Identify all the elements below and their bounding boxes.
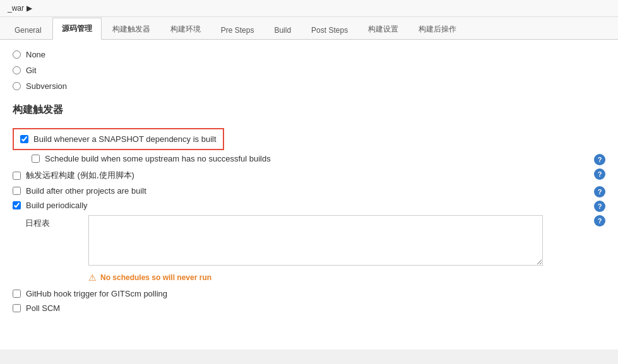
trigger-snapshot-section: Build whenever a SNAPSHOT dependency is … xyxy=(13,128,605,163)
warning-icon: ⚠ xyxy=(88,273,97,283)
periodically-help-icon[interactable]: ? xyxy=(594,215,605,226)
tab-settings[interactable]: 构建设置 xyxy=(359,18,408,40)
radio-svn-input[interactable] xyxy=(13,82,21,90)
schedule-upstream-checkbox[interactable] xyxy=(32,155,40,163)
schedule-upstream-item: Schedule build when some upstream has no… xyxy=(32,154,590,163)
github-hook-label: GitHub hook trigger for GITScm polling xyxy=(26,289,167,298)
github-hook-checkbox[interactable] xyxy=(13,290,21,298)
radio-svn: Subversion xyxy=(13,81,605,91)
poll-scm-label: Poll SCM xyxy=(26,303,60,313)
remote-build-label: 触发远程构建 (例如,使用脚本) xyxy=(26,170,134,181)
warning-text: No schedules so will never run xyxy=(100,273,211,282)
snapshot-row: Build whenever a SNAPSHOT dependency is … xyxy=(13,128,605,154)
breadcrumb-separator: ▶ xyxy=(27,4,32,13)
tab-postbuild[interactable]: 构建后操作 xyxy=(409,18,466,40)
warning-message: ⚠ No schedules so will never run xyxy=(88,273,605,283)
radio-git-label: Git xyxy=(26,66,37,75)
remote-build-item: 触发远程构建 (例如,使用脚本) xyxy=(13,170,590,181)
schedule-label: 日程表 xyxy=(25,215,88,229)
radio-git-input[interactable] xyxy=(13,66,21,74)
after-other-checkbox[interactable] xyxy=(13,187,21,195)
radio-svn-label: Subversion xyxy=(26,81,67,91)
snapshot-checkbox[interactable] xyxy=(20,135,28,143)
schedule-textarea-wrapper xyxy=(88,215,605,267)
tab-presteps[interactable]: Pre Steps xyxy=(211,20,264,40)
remote-build-row: 触发远程构建 (例如,使用脚本) ? xyxy=(13,170,605,181)
section-trigger-title: 构建触发器 xyxy=(13,103,605,119)
github-hook-item: GitHub hook trigger for GITScm polling xyxy=(13,289,605,298)
build-periodically-item: Build periodically xyxy=(13,201,590,210)
radio-git: Git xyxy=(13,66,605,75)
breadcrumb: _war ▶ xyxy=(0,0,618,17)
schedule-row: 日程表 xyxy=(13,215,605,267)
tab-trigger[interactable]: 构建触发器 xyxy=(103,18,160,40)
build-periodically-label: Build periodically xyxy=(26,201,88,210)
tab-general[interactable]: General xyxy=(5,20,51,40)
schedule-upstream-row: Schedule build when some upstream has no… xyxy=(13,154,605,163)
radio-none-label: None xyxy=(26,50,45,59)
tab-poststeps[interactable]: Post Steps xyxy=(302,20,357,40)
radio-none: None xyxy=(13,50,605,59)
main-content: None Git Subversion 构建触发器 Build whenever… xyxy=(0,40,618,349)
tab-bar: General 源码管理 构建触发器 构建环境 Pre Steps Build … xyxy=(0,17,618,40)
tab-env[interactable]: 构建环境 xyxy=(161,18,210,40)
poll-scm-item: Poll SCM xyxy=(13,303,605,313)
breadcrumb-item[interactable]: _war xyxy=(8,4,24,13)
snapshot-label: Build whenever a SNAPSHOT dependency is … xyxy=(33,134,217,144)
tab-source[interactable]: 源码管理 xyxy=(52,18,102,40)
after-other-item: Build after other projects are built xyxy=(13,186,590,196)
remote-build-checkbox[interactable] xyxy=(13,172,21,180)
build-periodically-row: Build periodically ? xyxy=(13,201,605,210)
snapshot-highlight-box: Build whenever a SNAPSHOT dependency is … xyxy=(13,128,224,150)
after-other-label: Build after other projects are built xyxy=(26,186,146,196)
after-other-row: Build after other projects are built ? xyxy=(13,186,605,196)
poll-scm-checkbox[interactable] xyxy=(13,304,21,312)
schedule-textarea[interactable] xyxy=(88,215,543,266)
radio-none-input[interactable] xyxy=(13,50,21,59)
tab-build[interactable]: Build xyxy=(264,20,300,40)
source-control-group: None Git Subversion xyxy=(13,50,605,91)
schedule-upstream-label: Schedule build when some upstream has no… xyxy=(45,154,271,163)
build-periodically-checkbox[interactable] xyxy=(13,201,21,209)
